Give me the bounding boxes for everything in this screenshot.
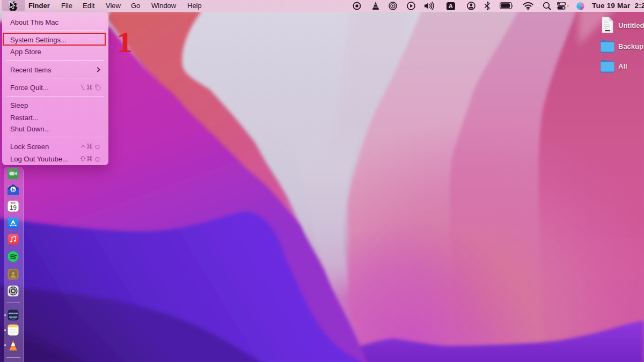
svg-text:b: b xyxy=(12,187,15,193)
svg-text:19: 19 xyxy=(10,204,17,211)
svg-text:amazon: amazon xyxy=(9,312,18,315)
svg-text:Q: Q xyxy=(95,144,100,150)
svg-text:music: music xyxy=(9,315,17,318)
svg-text:Q: Q xyxy=(95,156,100,162)
